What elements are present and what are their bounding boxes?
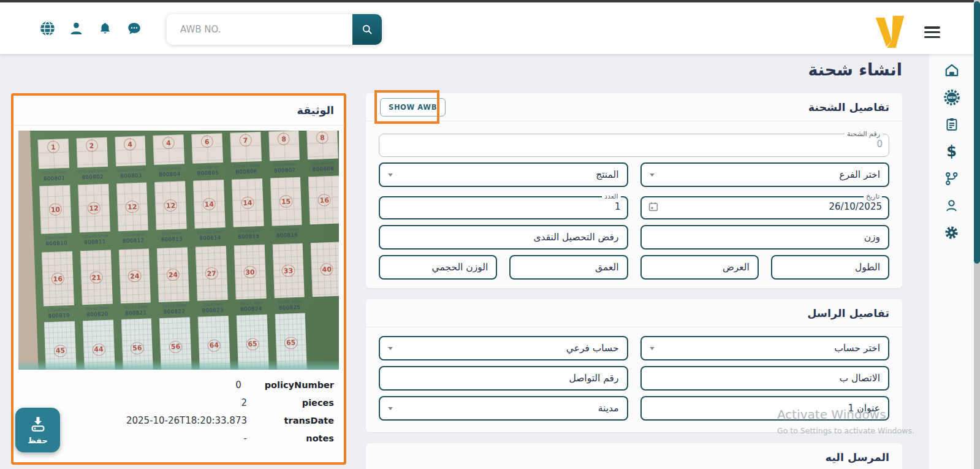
sub-account-select[interactable]: حساب فرعي bbox=[379, 336, 628, 360]
sidebar-item-orders[interactable] bbox=[943, 116, 960, 132]
address1-field[interactable]: عنوان 1 bbox=[640, 396, 890, 421]
count-value: 1 bbox=[615, 201, 621, 212]
doc-field-row: 0 policyNumber bbox=[23, 379, 334, 391]
search-button[interactable] bbox=[352, 14, 382, 45]
recipient-details-panel: المرسل اليه bbox=[366, 443, 902, 469]
label-swatch: 30 bbox=[234, 245, 266, 300]
swatch-caption: 105x99mm800805 bbox=[192, 162, 224, 181]
date-label: تاريخ bbox=[864, 193, 882, 200]
save-button[interactable]: حفظ bbox=[15, 408, 60, 452]
person-outline-icon bbox=[944, 198, 959, 213]
city-select-label: مدينة bbox=[598, 403, 619, 414]
swatch-caption: 70x37.1mm800821 bbox=[120, 302, 151, 319]
awb-search-input[interactable] bbox=[167, 14, 352, 45]
label-swatch: 2 bbox=[76, 137, 107, 168]
sidebar-item-new[interactable]: NEW bbox=[943, 90, 960, 105]
chat-icon[interactable] bbox=[126, 20, 142, 37]
sender-panel-header: تفاصيل الراسل bbox=[366, 299, 902, 327]
label-swatch: 65 bbox=[236, 315, 268, 370]
clipboard-icon bbox=[944, 117, 959, 132]
recipient-panel-title: المرسل اليه bbox=[826, 451, 889, 463]
length-placeholder: الطول bbox=[855, 262, 880, 273]
depth-placeholder: العمق bbox=[595, 262, 618, 273]
swatch-caption: 105x56mm800810 bbox=[41, 233, 72, 253]
recipient-panel-header: المرسل اليه bbox=[366, 443, 902, 469]
count-field[interactable]: العدد 1 bbox=[379, 193, 628, 219]
sidebar-item-finance[interactable]: $ bbox=[943, 143, 960, 159]
label-swatch: 12 bbox=[78, 184, 110, 233]
label-swatch: 10 bbox=[39, 185, 71, 234]
width-field[interactable]: العرض bbox=[640, 255, 759, 280]
show-awb-button[interactable]: SHOW AWB bbox=[380, 98, 446, 116]
document-fields: 0 policyNumber 2 pieces 2025-10-26T18:20… bbox=[13, 370, 344, 444]
page-scrollbar[interactable] bbox=[974, 0, 980, 469]
awb-search bbox=[167, 14, 382, 45]
contact-field[interactable]: الاتصال ب bbox=[640, 366, 890, 391]
swatch-caption: 105x42.4mm800814 bbox=[195, 227, 226, 247]
document-image[interactable]: 12446788210x297mm800801210x148.5mm800802… bbox=[18, 131, 339, 370]
label-swatch: 4 bbox=[153, 134, 184, 165]
swatch-caption: 70x42.3mm800820 bbox=[82, 304, 113, 321]
account-select-label: اختر حساب bbox=[834, 343, 880, 354]
shipment-number-value: 0 bbox=[876, 139, 883, 150]
volumetric-weight-field[interactable]: الوزن الحجمي bbox=[379, 255, 497, 280]
swatch-caption: 70x29.7mm800824 bbox=[236, 299, 267, 316]
product-select[interactable]: المنتج bbox=[379, 162, 628, 187]
swatch-caption: 105x48mm800808 bbox=[308, 159, 339, 177]
policy-number-value: 0 bbox=[235, 379, 241, 391]
length-field[interactable]: الطول bbox=[771, 255, 889, 280]
sender-details-panel: تفاصيل الراسل اختر حساب حساب فرعي الاتصا… bbox=[366, 299, 902, 432]
policy-number-label: policyNumber bbox=[265, 380, 334, 390]
shipment-panel-header: تفاصيل الشحنة bbox=[366, 93, 902, 121]
branch-select[interactable]: اختر الفرع bbox=[640, 162, 890, 187]
globe-icon[interactable] bbox=[39, 20, 56, 37]
pieces-label: pieces bbox=[270, 398, 334, 408]
sender-panel-title: تفاصيل الراسل bbox=[807, 307, 889, 319]
refuse-cod-field[interactable]: رفض التحصيل النقدى bbox=[379, 225, 628, 250]
shipment-panel-title: تفاصيل الشحنة bbox=[808, 101, 889, 113]
account-select[interactable]: اختر حساب bbox=[640, 336, 890, 360]
save-icon bbox=[29, 415, 47, 433]
swatch-caption: 210x148.5mm800802 bbox=[77, 167, 108, 185]
contact-number-field[interactable]: رقم التواصل bbox=[379, 366, 628, 391]
sender-panel-body: اختر حساب حساب فرعي الاتصال ب رقم التواص… bbox=[366, 327, 902, 421]
label-swatch: 8 bbox=[307, 131, 338, 159]
date-field[interactable]: تاريخ 26/10/2025 bbox=[640, 193, 890, 219]
sidebar-item-home[interactable] bbox=[943, 63, 960, 78]
chevron-down-icon bbox=[650, 347, 655, 350]
label-swatch: 12 bbox=[154, 181, 186, 230]
city-select[interactable]: مدينة bbox=[379, 396, 628, 421]
swatch-caption: 210x297mm800801 bbox=[39, 168, 70, 186]
sidebar-item-settings[interactable] bbox=[943, 224, 960, 240]
label-swatch: 16 bbox=[308, 176, 339, 225]
user-icon[interactable] bbox=[68, 20, 85, 37]
contact-placeholder: الاتصال ب bbox=[840, 373, 880, 384]
swatch-caption: 105x41mm800815 bbox=[233, 226, 264, 246]
label-swatch: 65 bbox=[275, 313, 307, 370]
shipment-number-field[interactable]: رقم الشحنة 0 bbox=[379, 130, 889, 157]
swatch-caption: 70x32mm800823 bbox=[197, 300, 229, 317]
sidebar-item-network[interactable] bbox=[943, 170, 960, 186]
bell-icon[interactable] bbox=[97, 20, 113, 37]
swatch-caption bbox=[313, 296, 339, 313]
depth-field[interactable]: العمق bbox=[509, 255, 628, 280]
svg-text:NEW: NEW bbox=[948, 96, 956, 99]
trans-date-value: 2025-10-26T18:20:33.873 bbox=[126, 415, 247, 426]
sidebar-item-profile[interactable] bbox=[943, 197, 960, 213]
weight-field[interactable]: وزن bbox=[640, 225, 890, 250]
label-swatch: 14 bbox=[193, 180, 225, 229]
refuse-cod-placeholder: رفض التحصيل النقدى bbox=[533, 232, 618, 243]
scrollbar-thumb[interactable] bbox=[974, 1, 980, 264]
product-select-label: المنتج bbox=[596, 169, 618, 180]
chevron-down-icon bbox=[388, 347, 393, 350]
brand-logo-v[interactable] bbox=[872, 13, 908, 49]
menu-icon[interactable] bbox=[924, 26, 940, 38]
swatch-caption: 70x50.8mm800816 bbox=[272, 225, 303, 245]
contact-number-placeholder: رقم التواصل bbox=[569, 373, 618, 384]
label-swatch: 12 bbox=[116, 182, 148, 231]
label-swatch: 40 bbox=[311, 242, 339, 297]
swatch-caption: 70x74mm800813 bbox=[156, 229, 188, 248]
document-panel: الوثيقة 12446788210x297mm800801210x148.5… bbox=[11, 93, 346, 465]
calendar-icon[interactable] bbox=[648, 201, 659, 212]
app-header bbox=[0, 2, 980, 54]
